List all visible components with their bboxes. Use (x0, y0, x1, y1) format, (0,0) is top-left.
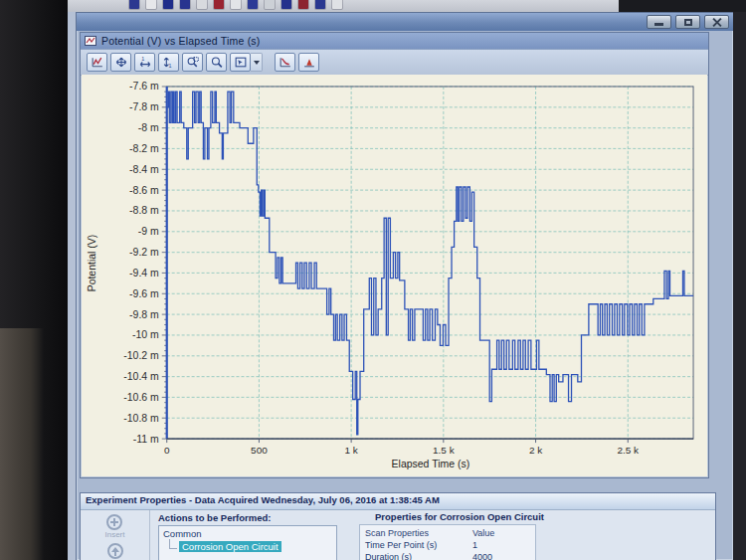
potential-vs-time-chart[interactable]: -7.6 m-7.8 m-8 m-8.2 m-8.4 m-8.6 m-8.8 m… (82, 75, 707, 476)
peak-marker-button[interactable] (298, 53, 319, 72)
background-toolbar-icon (163, 0, 173, 9)
svg-text:1 k: 1 k (344, 445, 357, 456)
tree-item-common[interactable]: Common (163, 528, 332, 539)
background-toolbar-icon (231, 0, 241, 9)
overlay-curve-button[interactable] (275, 53, 295, 72)
chart-canvas[interactable]: -7.6 m-7.8 m-8 m-8.2 m-8.4 m-8.6 m-8.8 m… (82, 75, 707, 476)
actions-label: Actions to be Performed: (158, 512, 337, 523)
svg-text:-8.6 m: -8.6 m (129, 185, 159, 196)
tree-item-corrosion-open-circuit[interactable]: Corrosion Open Circuit (179, 541, 281, 552)
maximize-icon (684, 19, 692, 26)
svg-text:Potential (V): Potential (V) (87, 235, 97, 292)
background-toolbar-icon (265, 0, 275, 9)
curve-red-icon (279, 56, 292, 69)
actions-button-column: Insert Up (81, 510, 150, 560)
up-circle-icon (107, 543, 123, 559)
pan-icon (234, 56, 248, 69)
scan-property-name: Duration (s) (365, 551, 472, 560)
graph-properties-button[interactable] (87, 53, 107, 72)
svg-text:Elapsed Time (s): Elapsed Time (s) (392, 459, 470, 469)
zoom-button[interactable] (206, 53, 227, 72)
svg-text:-8 m: -8 m (138, 122, 159, 133)
close-icon (712, 17, 722, 27)
svg-text:0: 0 (164, 445, 170, 456)
graph-toolbar: 11 (81, 50, 708, 76)
graph-window: Potential (V) vs Elapsed Time (s) 11 -7.… (80, 32, 709, 478)
zoom-in-icon (210, 56, 224, 69)
scan-table-header-row: Scan PropertiesValue (365, 527, 530, 539)
background-app-toolbar (68, 0, 621, 12)
autoscale-x-button[interactable]: 1 (134, 53, 155, 72)
svg-text:500: 500 (251, 445, 268, 456)
window-titlebar (77, 13, 733, 31)
svg-text:-8.2 m: -8.2 m (129, 143, 159, 154)
svg-text:1.5 k: 1.5 k (433, 445, 455, 456)
autoscale-y-icon: 1 (162, 56, 176, 69)
background-toolbar-icon (180, 0, 190, 9)
pan-tool-button[interactable] (230, 53, 251, 72)
svg-text:-9.8 m: -9.8 m (129, 309, 159, 320)
monitor-bezel-corner (619, 0, 746, 12)
monitor-bezel-right (733, 0, 746, 560)
background-toolbar-icon (332, 0, 342, 9)
scan-property-value[interactable]: 1 (472, 539, 530, 551)
scan-properties-table: Scan PropertiesValueTime Per Point (s)1D… (359, 524, 536, 560)
svg-text:-9.4 m: -9.4 m (129, 268, 159, 279)
actions-tree: CommonCorrosion Open Circuit (158, 525, 337, 560)
autoscale-xy-icon (114, 56, 128, 69)
pan-tool-caret[interactable] (251, 53, 263, 72)
svg-text:-9.2 m: -9.2 m (129, 247, 159, 258)
tree-elbow-icon (169, 539, 177, 549)
minimize-button[interactable] (647, 15, 671, 29)
scan-property-value: Value (472, 527, 530, 539)
scan-property-name: Time Per Point (s) (365, 539, 472, 551)
insert-action-button[interactable]: Insert (104, 514, 124, 539)
svg-text:-10.6 m: -10.6 m (123, 392, 159, 403)
app-window: Potential (V) vs Elapsed Time (s) 11 -7.… (76, 12, 734, 560)
background-toolbar-icon (129, 0, 139, 9)
close-button[interactable] (704, 15, 729, 29)
svg-text:1: 1 (168, 63, 171, 69)
svg-text:-11 m: -11 m (133, 434, 159, 445)
background-toolbar-icon (281, 0, 291, 9)
insert-button-label: Insert (104, 531, 124, 539)
background-toolbar-icon (214, 0, 224, 9)
svg-text:-8.8 m: -8.8 m (129, 205, 159, 216)
svg-text:1: 1 (141, 56, 144, 62)
experiment-properties-panel: Experiment Properties - Data Acquired We… (80, 492, 716, 560)
svg-text:-10 m: -10 m (132, 329, 159, 340)
svg-text:-9 m: -9 m (138, 226, 159, 237)
maximize-button[interactable] (675, 15, 700, 29)
background-wall (0, 328, 44, 560)
peak-red-icon (302, 56, 316, 69)
properties-title: Properties for Corrosion Open Circuit (375, 511, 709, 522)
svg-text:-10.8 m: -10.8 m (123, 413, 159, 424)
scan-table-row: Time Per Point (s)1 (365, 539, 530, 551)
svg-text:2.5 k: 2.5 k (617, 445, 639, 456)
scan-property-value[interactable]: 4000 (472, 551, 530, 560)
graph-window-title: Potential (V) vs Elapsed Time (s) (101, 35, 261, 47)
background-toolbar-icon (315, 0, 325, 9)
svg-text:-10.2 m: -10.2 m (123, 350, 159, 361)
svg-text:-10.4 m: -10.4 m (123, 371, 159, 382)
autoscale-both-button[interactable] (110, 53, 131, 72)
mini-chart-icon (85, 36, 96, 46)
svg-text:-9.6 m: -9.6 m (129, 288, 159, 299)
minimize-icon (654, 23, 663, 26)
background-toolbar-icon (146, 0, 156, 9)
actions-section: Actions to be Performed: CommonCorrosion… (150, 510, 345, 560)
scan-table-row: Duration (s)4000 (365, 551, 530, 560)
experiment-properties-body: Insert Up Actions to be Performed: Commo… (81, 510, 715, 560)
svg-text:-7.6 m: -7.6 m (129, 81, 159, 92)
caret-down-icon (254, 61, 260, 65)
background-toolbar-icon (298, 0, 308, 9)
zoom-window-icon (186, 56, 200, 69)
scan-property-name: Scan Properties (365, 527, 472, 539)
autoscale-x-icon: 1 (138, 56, 152, 69)
zoom-box-button[interactable] (182, 53, 203, 72)
move-up-action-button[interactable]: Up (107, 543, 123, 560)
graph-red-icon (91, 56, 104, 69)
tree-item-row: Corrosion Open Circuit (169, 539, 332, 552)
autoscale-y-button[interactable]: 1 (158, 53, 179, 72)
graph-window-titlebar: Potential (V) vs Elapsed Time (s) (81, 33, 708, 50)
